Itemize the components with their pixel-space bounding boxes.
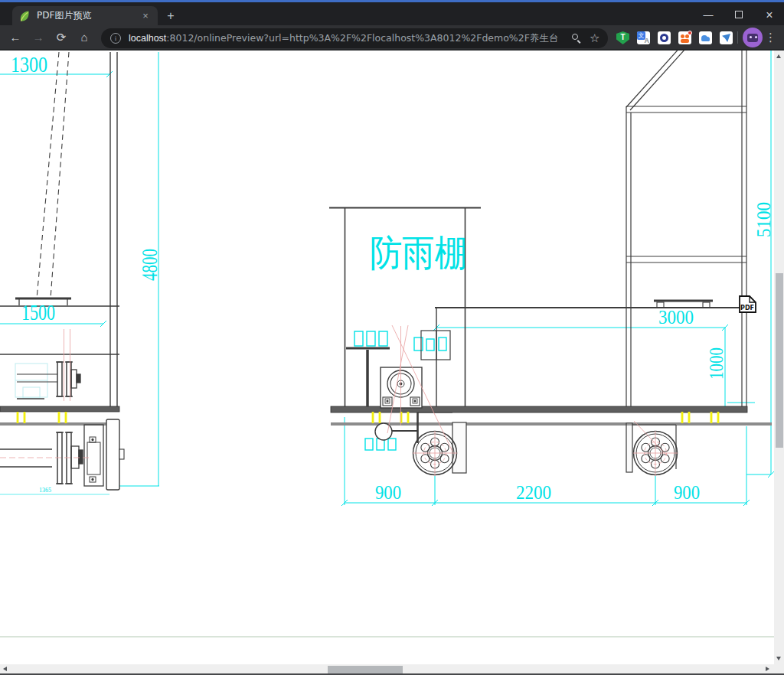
canopy-label: 防雨棚: [370, 231, 467, 274]
close-window-button[interactable]: ×: [756, 5, 782, 25]
vertical-scrollbar-thumb[interactable]: [776, 273, 783, 448]
home-button[interactable]: ⌂: [75, 28, 93, 47]
reload-button[interactable]: ⟳: [52, 28, 70, 47]
scroll-up-icon[interactable]: [776, 54, 781, 58]
vertical-scrollbar[interactable]: [774, 51, 784, 664]
bird-extension-icon[interactable]: [720, 31, 733, 44]
dim-900-left-label: 900: [375, 481, 401, 504]
toolbar-separator: [737, 31, 738, 44]
cloud-extension-icon[interactable]: [699, 31, 712, 44]
address-bar[interactable]: i localhost:8012/onlinePreview?url=http%…: [101, 28, 608, 48]
spring-leaf-favicon: [18, 10, 31, 22]
translate-icon[interactable]: 文 A: [637, 31, 650, 44]
dim-900-right-label: 900: [674, 481, 700, 504]
dim-3000-label: 3000: [658, 306, 694, 328]
cad-drawing-preview: 1300 4800 1500 1365 900 2200 900 3000 10…: [0, 51, 774, 664]
profile-avatar[interactable]: [743, 28, 763, 47]
url-host: localhost: [129, 33, 166, 44]
dim-5100-label: 5100: [753, 202, 774, 237]
maximize-button[interactable]: [726, 5, 752, 25]
highlight-clamps: [18, 412, 718, 423]
tab-close-icon[interactable]: ×: [139, 10, 152, 21]
dim-2200-label: 2200: [516, 481, 551, 504]
faint-machine-outline: [15, 364, 47, 398]
page-info-icon[interactable]: i: [110, 33, 121, 44]
pdf-badge[interactable]: PDF: [740, 296, 756, 312]
dim-small-label: 1365: [39, 487, 51, 494]
titlebar: PDF图片预览 × + — ×: [0, 2, 784, 25]
people-extension-icon[interactable]: [678, 31, 691, 44]
zoom-indicator-icon[interactable]: [571, 33, 582, 44]
minimize-button[interactable]: —: [695, 5, 721, 25]
tab-title: PDF图片预览: [37, 9, 139, 22]
dim-1500-label: 1500: [21, 300, 55, 324]
horizontal-scrollbar-thumb[interactable]: [328, 666, 403, 673]
dim-1000-label: 1000: [705, 347, 727, 380]
pdf-badge-label: PDF: [740, 305, 754, 311]
scroll-right-icon[interactable]: [766, 667, 769, 671]
translate-letter: A: [645, 37, 650, 44]
bookmark-star-icon[interactable]: ☆: [590, 31, 599, 45]
scroll-down-icon[interactable]: [776, 657, 781, 660]
dimension-labels: 1300 4800 1500 1365 900 2200 900 3000 10…: [11, 52, 774, 504]
circle-o-extension-icon[interactable]: [658, 31, 671, 44]
url-text[interactable]: localhost:8012/onlinePreview?url=http%3A…: [129, 32, 557, 45]
dim-1300-label: 1300: [11, 52, 47, 77]
centerlines: [0, 325, 678, 476]
browser-window: PDF图片预览 × + — × ← → ⟳ ⌂ i localhost:8012…: [0, 0, 784, 675]
forward-button[interactable]: →: [29, 28, 47, 47]
maximize-icon: [735, 11, 743, 18]
back-button[interactable]: ←: [6, 28, 24, 47]
browser-tab[interactable]: PDF图片预览 ×: [12, 6, 158, 25]
new-tab-button[interactable]: +: [164, 9, 178, 23]
dim-4800-label: 4800: [137, 249, 162, 281]
browser-menu-icon[interactable]: ⋮: [765, 29, 776, 46]
url-path: :8012/onlinePreview?url=http%3A%2F%2Floc…: [166, 32, 557, 44]
scroll-left-icon[interactable]: [3, 667, 7, 671]
